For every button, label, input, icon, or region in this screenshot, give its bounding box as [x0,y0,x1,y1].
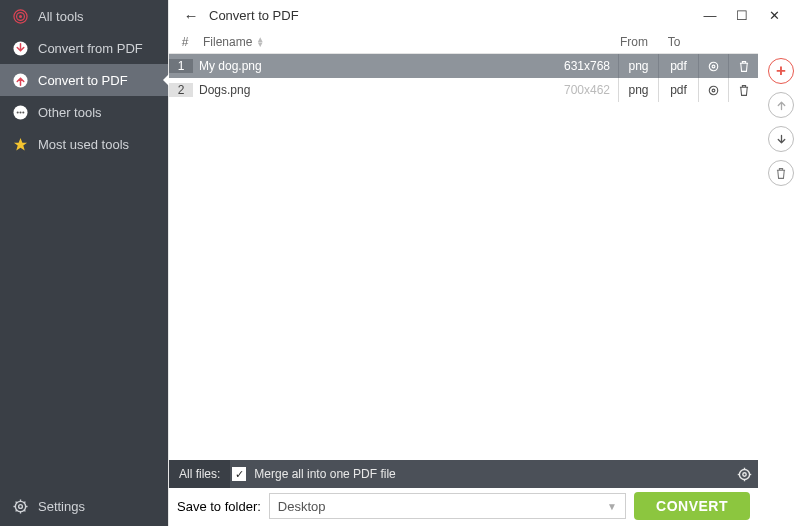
sidebar-item-convert-to-pdf[interactable]: Convert to PDF [0,64,168,96]
row-settings-button[interactable] [698,78,728,102]
sidebar-item-all-tools[interactable]: All tools [0,0,168,32]
sidebar-item-label: Convert to PDF [38,73,128,88]
sidebar-item-label: Most used tools [38,137,129,152]
save-folder-select[interactable]: Desktop ▼ [269,493,626,519]
row-filename: My dog.png [193,59,562,73]
target-icon [12,8,28,24]
allfiles-label: All files: [169,460,230,488]
star-icon [12,136,28,152]
table-header: # Filename ▲▼ From To [169,30,758,54]
sidebar-item-label: Other tools [38,105,102,120]
dots-circle-icon [12,104,28,120]
svg-point-22 [709,86,717,94]
back-button[interactable]: ← [179,7,203,24]
col-header-from[interactable]: From [614,35,654,49]
col-header-num[interactable]: # [173,35,197,49]
main-panel: ← Convert to PDF — ☐ ✕ # Filename ▲▼ Fro… [168,0,800,526]
file-list-pane: # Filename ▲▼ From To 1 My dog.png 6 [169,30,762,526]
action-rail: + [762,30,800,526]
merge-checkbox[interactable]: ✓ [232,467,246,481]
row-to: pdf [658,54,698,78]
svg-point-21 [712,65,715,68]
save-to-label: Save to folder: [177,499,261,514]
table-row[interactable]: 1 My dog.png 631x768 png pdf [169,54,758,78]
sidebar-item-convert-from-pdf[interactable]: Convert from PDF [0,32,168,64]
svg-point-6 [16,111,18,113]
sidebar-item-settings[interactable]: Settings [0,486,168,526]
row-filename: Dogs.png [193,83,562,97]
svg-point-11 [18,504,22,508]
row-delete-button[interactable] [728,78,758,102]
sidebar-item-label: Settings [38,499,85,514]
page-title: Convert to PDF [209,8,299,23]
sidebar-item-other-tools[interactable]: Other tools [0,96,168,128]
sidebar: All tools Convert from PDF Convert to PD… [0,0,168,526]
svg-point-24 [739,469,749,479]
col-header-to[interactable]: To [654,35,694,49]
convert-button[interactable]: CONVERT [634,492,750,520]
dropdown-icon: ▼ [607,501,617,512]
close-button[interactable]: ✕ [758,8,790,23]
row-number: 1 [169,59,193,73]
sidebar-item-label: Convert from PDF [38,41,143,56]
titlebar: ← Convert to PDF — ☐ ✕ [169,0,800,30]
bottom-bar: Save to folder: Desktop ▼ CONVERT [169,488,758,526]
footer-settings-button[interactable] [737,467,752,482]
svg-point-8 [22,111,24,113]
row-settings-button[interactable] [698,54,728,78]
table-footer: All files: ✓ Merge all into one PDF file [169,460,758,488]
col-header-filename[interactable]: Filename ▲▼ [197,35,558,49]
row-delete-button[interactable] [728,54,758,78]
row-dimensions: 631x768 [562,59,618,73]
svg-point-7 [19,111,21,113]
maximize-button[interactable]: ☐ [726,8,758,23]
table-body: 1 My dog.png 631x768 png pdf 2 [169,54,758,460]
row-number: 2 [169,83,193,97]
svg-point-2 [19,15,22,18]
merge-label: Merge all into one PDF file [254,467,395,481]
arrow-up-circle-icon [12,72,28,88]
row-dimensions: 700x462 [562,83,618,97]
row-from: png [618,78,658,102]
row-from: png [618,54,658,78]
move-up-button[interactable] [768,92,794,118]
svg-point-25 [743,472,746,475]
add-file-button[interactable]: + [768,58,794,84]
sort-icon: ▲▼ [256,37,264,47]
move-down-button[interactable] [768,126,794,152]
gear-icon [12,498,28,514]
save-folder-value: Desktop [278,499,326,514]
sidebar-item-label: All tools [38,9,84,24]
svg-marker-9 [13,137,26,150]
svg-point-20 [709,62,717,70]
arrow-down-circle-icon [12,40,28,56]
sidebar-item-most-used[interactable]: Most used tools [0,128,168,160]
row-to: pdf [658,78,698,102]
table-row[interactable]: 2 Dogs.png 700x462 png pdf [169,78,758,102]
svg-point-23 [712,89,715,92]
delete-file-button[interactable] [768,160,794,186]
minimize-button[interactable]: — [694,8,726,23]
